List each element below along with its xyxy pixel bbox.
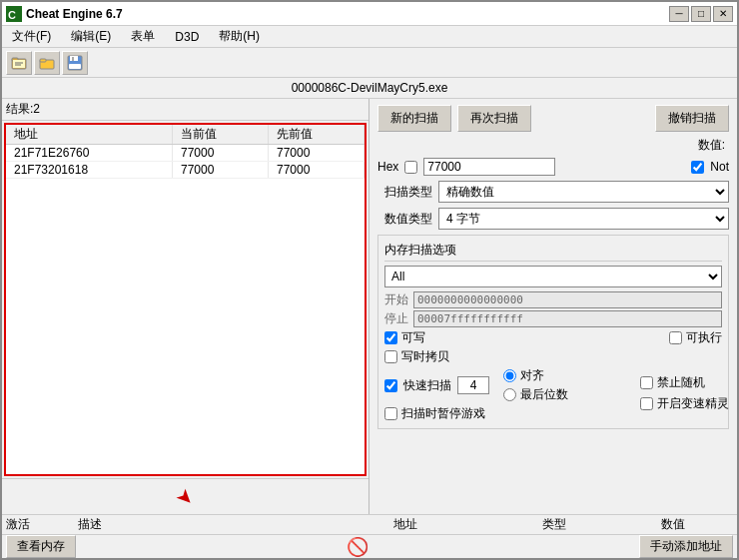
table-row[interactable]: 21F73201618 77000 77000 (6, 162, 365, 179)
cell-address: 21F73201618 (6, 162, 172, 179)
cow-checkbox[interactable] (384, 350, 397, 363)
bottom-col-value: 数值 (614, 516, 733, 533)
speed-hack-item: 开启变速精灵 (640, 395, 729, 412)
no-random-label: 禁止随机 (657, 374, 705, 391)
open-process-button[interactable] (6, 51, 32, 75)
hex-label: Hex (377, 160, 398, 174)
cell-current: 77000 (172, 145, 268, 162)
stop-addr-row: 停止 (384, 310, 722, 327)
cell-current: 77000 (172, 162, 268, 179)
pause-label: 扫描时暂停游戏 (401, 405, 485, 422)
lastdigits-radio[interactable] (503, 388, 516, 401)
view-memory-button[interactable]: 查看内存 (6, 535, 76, 558)
results-label: 结果:2 (2, 99, 369, 121)
memory-section-label: 内存扫描选项 (384, 240, 722, 262)
scan-type-select[interactable]: 精确数值 (438, 181, 729, 203)
bottom-col-address: 地址 (316, 516, 494, 533)
bottom-table-header: 激活 描述 地址 类型 数值 (2, 514, 737, 534)
no-entry-area: 🚫 (76, 536, 639, 558)
value-section: 数值: Hex Not (377, 137, 729, 176)
ce-icon: C (6, 6, 22, 22)
writable-label: 可写 (401, 329, 425, 346)
value-type-row: 数值类型 4 字节 (377, 208, 729, 230)
value-label: 数值: (698, 138, 725, 152)
content-area: 结果:2 地址 当前值 先前值 21F71E26760 77000 77000 … (2, 99, 737, 514)
writable-check-item: 可写 (384, 329, 425, 346)
speed-hack-checkbox[interactable] (640, 397, 653, 410)
align-radio-item: 对齐 (503, 367, 568, 384)
manual-add-button[interactable]: 手动添加地址 (639, 535, 733, 558)
align-label: 对齐 (520, 367, 544, 384)
app-window: C Cheat Engine 6.7 ─ □ ✕ 文件(F) 编辑(E) 表单 … (0, 0, 739, 560)
left-section: 结果:2 地址 当前值 先前值 21F71E26760 77000 77000 … (2, 99, 370, 514)
process-bar: 0000086C-DevilMayCry5.exe (2, 78, 737, 99)
rescan-button[interactable]: 再次扫描 (457, 105, 531, 132)
menu-d3d[interactable]: D3D (169, 28, 205, 46)
hex-checkbox[interactable] (404, 161, 417, 174)
maximize-button[interactable]: □ (691, 6, 711, 22)
menu-edit[interactable]: 编辑(E) (65, 26, 117, 47)
no-random-item: 禁止随机 (640, 374, 729, 391)
stop-addr-input[interactable] (413, 310, 722, 327)
cancel-scan-button[interactable]: 撤销扫描 (655, 105, 729, 132)
right-section: 新的扫描 再次扫描 撤销扫描 数值: Hex Not (370, 99, 737, 514)
not-label: Not (710, 160, 729, 174)
title-bar-left: C Cheat Engine 6.7 (6, 6, 123, 22)
new-scan-button[interactable]: 新的扫描 (377, 105, 451, 132)
bottom-col-activate: 激活 (6, 516, 78, 533)
cow-label: 写时拷贝 (401, 348, 449, 365)
folder-icon (39, 55, 55, 71)
menu-table[interactable]: 表单 (125, 26, 161, 47)
svg-rect-8 (40, 59, 46, 62)
cow-row: 写时拷贝 (384, 348, 722, 365)
bottom-col-type: 类型 (494, 516, 613, 533)
not-checkbox[interactable] (691, 161, 704, 174)
down-arrow-icon: ➤ (171, 482, 200, 511)
toolbar (2, 48, 737, 78)
fastscan-checkbox[interactable] (384, 379, 397, 392)
col-previous: 先前值 (268, 125, 364, 145)
close-button[interactable]: ✕ (713, 6, 733, 22)
menu-help[interactable]: 帮助(H) (213, 26, 266, 47)
no-entry-icon: 🚫 (347, 536, 369, 558)
svg-text:C: C (8, 9, 16, 21)
scan-buttons-row: 新的扫描 再次扫描 撤销扫描 (377, 105, 729, 132)
process-title: 0000086C-DevilMayCry5.exe (292, 81, 448, 95)
cell-previous: 77000 (268, 162, 364, 179)
open-file-button[interactable] (34, 51, 60, 75)
save-button[interactable] (62, 51, 88, 75)
cell-address: 21F71E26760 (6, 145, 172, 162)
no-random-checkbox[interactable] (640, 376, 653, 389)
result-list[interactable]: 地址 当前值 先前值 21F71E26760 77000 77000 21F73… (4, 123, 367, 476)
speed-hack-label: 开启变速精灵 (657, 395, 729, 412)
col-address: 地址 (6, 125, 172, 145)
svg-rect-11 (72, 57, 74, 61)
start-addr-label: 开始 (384, 291, 409, 308)
executable-checkbox[interactable] (669, 331, 682, 344)
memory-flags-row: 可写 可执行 (384, 329, 722, 346)
memory-region-select[interactable]: All (384, 266, 722, 287)
fastscan-input[interactable] (457, 376, 489, 394)
lastdigits-label: 最后位数 (520, 386, 568, 403)
svg-rect-12 (69, 64, 81, 69)
scan-type-row: 扫描类型 精确数值 (377, 181, 729, 203)
menu-file[interactable]: 文件(F) (6, 26, 57, 47)
lastdigits-radio-item: 最后位数 (503, 386, 568, 403)
pause-checkbox[interactable] (384, 407, 397, 420)
stop-addr-label: 停止 (384, 310, 409, 327)
start-addr-row: 开始 (384, 291, 722, 308)
menu-bar: 文件(F) 编辑(E) 表单 D3D 帮助(H) (2, 26, 737, 48)
table-row[interactable]: 21F71E26760 77000 77000 (6, 145, 365, 162)
bottom-col-desc: 描述 (78, 516, 317, 533)
extra-checkboxes: 禁止随机 开启变速精灵 (640, 374, 729, 412)
table-header-row: 地址 当前值 先前值 (6, 125, 365, 145)
start-addr-input[interactable] (413, 291, 722, 308)
value-input[interactable] (423, 158, 555, 176)
value-type-label: 数值类型 (377, 211, 432, 228)
value-row: Hex Not (377, 158, 729, 176)
minimize-button[interactable]: ─ (669, 6, 689, 22)
scan-type-label: 扫描类型 (377, 184, 432, 201)
value-type-select[interactable]: 4 字节 (438, 208, 729, 230)
align-radio[interactable] (503, 369, 516, 382)
writable-checkbox[interactable] (384, 331, 397, 344)
